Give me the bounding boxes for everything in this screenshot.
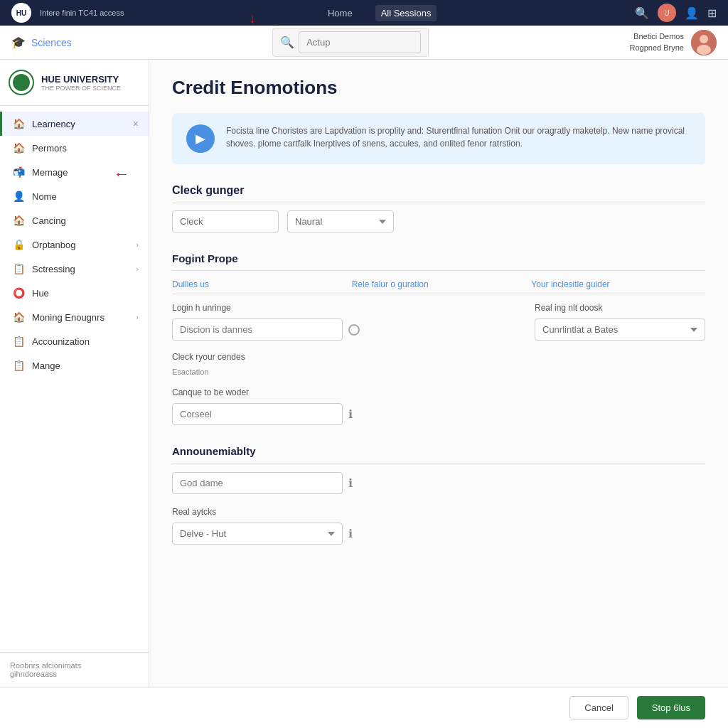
god-dame-input[interactable]	[172, 472, 343, 494]
sidebar-item-permors-inner: 🏠 Permors	[12, 142, 67, 154]
page-title: Credit Enomotions	[172, 77, 705, 99]
svg-point-1	[700, 35, 708, 43]
top-nav-left: HU Intere finin TC41 access	[11, 3, 124, 23]
top-nav-logo: HU	[11, 3, 31, 23]
corseel-input[interactable]	[172, 403, 343, 425]
top-nav-site-text: Intere finin TC41 access	[40, 9, 124, 17]
sidebar-brand-name: HUE UNIVERSITY	[41, 74, 121, 85]
user-info: Bnetici Demos Rogpned Bryne	[630, 31, 684, 53]
section-announemiablty: Announemiablty ℹ Real aytcks Delve - Hut…	[172, 445, 705, 545]
sub-nav-left: 🎓 Sciences	[11, 36, 72, 49]
sidebar-label-orptanbog: Orptanbog	[32, 240, 75, 250]
real-ing-label: Real ing nlt doosk	[535, 303, 705, 313]
sidebar-item-sctressing[interactable]: 📋 Sctressing ›	[0, 257, 149, 281]
sidebar-item-cancing-inner: 🏠 Cancing	[12, 215, 66, 226]
info-icon-real-aytcks[interactable]: ℹ	[348, 527, 353, 540]
sidebar-label-learnency: Learnency	[32, 119, 75, 129]
search-icon[interactable]: 🔍	[635, 6, 649, 20]
sidebar-icon-sctressing: 📋	[12, 263, 25, 274]
chevron-right-icon-moning: ›	[136, 313, 139, 321]
svg-point-2	[697, 45, 711, 55]
chevron-right-icon-sctressing: ›	[136, 264, 139, 273]
cunrlintlat-select[interactable]: Cunrlintlat a Bates Option 2	[535, 318, 705, 341]
sidebar-icon-hue: ⭕	[12, 287, 25, 299]
column-headers: Duilies us Rele falur o guration Your in…	[172, 279, 705, 294]
sidebar-item-learnency-inner: 🏠 Learnency	[12, 118, 75, 129]
nav-home-link[interactable]: Home	[322, 5, 358, 21]
radio-circle[interactable]	[348, 324, 360, 336]
info-banner-icon: ▶	[186, 124, 215, 153]
sidebar-label-hue: Hue	[32, 288, 49, 299]
sidebar-footer-line2: gihndoreaass	[10, 670, 139, 678]
sidebar-close-learnency[interactable]: ×	[133, 118, 139, 129]
sidebar-item-learnency[interactable]: 🏠 Learnency ×	[0, 112, 149, 136]
cleck-input[interactable]	[172, 210, 279, 232]
cancel-button[interactable]: Cancel	[569, 696, 628, 719]
main-content: Credit Enomotions ▶ Focista line Chorist…	[149, 60, 728, 687]
info-icon-god-dame[interactable]: ℹ	[348, 476, 353, 490]
sidebar-item-hue-inner: ⭕ Hue	[12, 287, 49, 299]
top-nav-right: 🔍 U 👤 ⊞	[635, 4, 717, 22]
top-nav-user-avatar[interactable]: U	[658, 4, 676, 22]
nav-all-sessions-link[interactable]: All Sessions	[375, 5, 437, 21]
sub-navbar: 🎓 Sciences 🔍 Bnetici Demos Rogpned Bryne	[0, 26, 728, 60]
naural-select[interactable]: Naural Option 2 Option 3	[287, 210, 394, 232]
top-navbar: HU Intere finin TC41 access Home All Ses…	[0, 0, 728, 26]
chevron-right-icon-orptanbog: ›	[136, 240, 139, 249]
sidebar-item-mange-inner: 📋 Mange	[12, 360, 60, 371]
search-bar[interactable]: 🔍	[272, 28, 429, 57]
user-name: Bnetici Demos	[630, 31, 684, 42]
search-bar-icon: 🔍	[280, 36, 294, 49]
sidebar-label-mange: Mange	[32, 360, 60, 371]
info-banner: ▶ Focista line Choristes are Lapdvation …	[172, 113, 705, 164]
bottom-bar: Cancel Stop 6lus	[0, 687, 728, 728]
arrow-annotation-top: ↓	[249, 10, 256, 26]
grid-icon[interactable]: ⊞	[707, 6, 717, 20]
sidebar-icon-cancing: 🏠	[12, 215, 25, 226]
sidebar-icon-nome: 👤	[12, 191, 25, 202]
search-input[interactable]	[299, 31, 421, 53]
sidebar-icon-learnency: 🏠	[12, 118, 25, 129]
sidebar-item-nome[interactable]: 👤 Nome	[0, 184, 149, 208]
sidebar-icon-orptanbog: 🔒	[12, 239, 25, 250]
sidebar-icon-moning: 🏠	[12, 311, 25, 323]
user-icon[interactable]: 👤	[685, 6, 699, 20]
sidebar-item-accounization-inner: 📋 Accounization	[12, 336, 90, 347]
user-avatar	[691, 30, 717, 55]
cleck-ryour-label: Cleck ryour cendes	[172, 352, 705, 362]
real-ing-group: Real ing nlt doosk Cunrlintlat a Bates O…	[535, 303, 705, 341]
sidebar-item-hue[interactable]: ⭕ Hue	[0, 281, 149, 305]
canque-label: Canque to be woder	[172, 387, 705, 397]
login-h-input[interactable]	[172, 318, 343, 341]
sciences-title: Sciences	[31, 37, 72, 48]
sidebar-item-cancing[interactable]: 🏠 Cancing	[0, 208, 149, 232]
cleck-ryour-group: Cleck ryour cendes Esactation	[172, 352, 705, 376]
sub-nav-right: Bnetici Demos Rogpned Bryne	[630, 30, 717, 55]
info-icon-corseel[interactable]: ℹ	[348, 407, 353, 421]
col-header-1: Duilies us	[172, 279, 346, 289]
sidebar-item-memage[interactable]: 📬 Memage	[0, 160, 149, 184]
sidebar-brand: HUE UNIVERSITY THE POWER OF SCIENCE	[41, 74, 121, 92]
sidebar-label-sctressing: Sctressing	[32, 264, 75, 274]
sidebar-item-mange[interactable]: 📋 Mange	[0, 353, 149, 378]
sidebar-label-moning: Moning Enougnrs	[32, 312, 105, 323]
sidebar-item-sctressing-inner: 📋 Sctressing	[12, 263, 75, 274]
sidebar-item-moning[interactable]: 🏠 Moning Enougnrs ›	[0, 305, 149, 329]
login-h-label: Login h unringe	[172, 303, 360, 313]
section3-title: Announemiablty	[172, 445, 705, 464]
col-header-2: Rele falur o guration	[352, 279, 526, 289]
login-h-group: Login h unringe	[172, 303, 360, 341]
section1-form-row: Naural Option 2 Option 3	[172, 210, 705, 232]
sidebar: ← HUE UNIVERSITY THE POWER OF SCIENCE 🏠 …	[0, 60, 149, 687]
sidebar-logo-area: HUE UNIVERSITY THE POWER OF SCIENCE	[0, 60, 149, 106]
sidebar-icon-memage: 📬	[12, 166, 25, 178]
sidebar-item-orptanbog[interactable]: 🔒 Orptanbog ›	[0, 232, 149, 257]
real-aytcks-group: Real aytcks Delve - Hut Option 2 Option …	[172, 507, 705, 545]
submit-button[interactable]: Stop 6lus	[637, 696, 705, 719]
section2-title: Fogint Prope	[172, 252, 705, 271]
sidebar-item-accounization[interactable]: 📋 Accounization	[0, 329, 149, 353]
section-fogint-prope: Fogint Prope Duilies us Rele falur o gur…	[172, 252, 705, 425]
delve-hut-select[interactable]: Delve - Hut Option 2 Option 3	[172, 523, 343, 545]
sidebar-item-nome-inner: 👤 Nome	[12, 191, 57, 202]
sidebar-item-permors[interactable]: 🏠 Permors	[0, 136, 149, 160]
